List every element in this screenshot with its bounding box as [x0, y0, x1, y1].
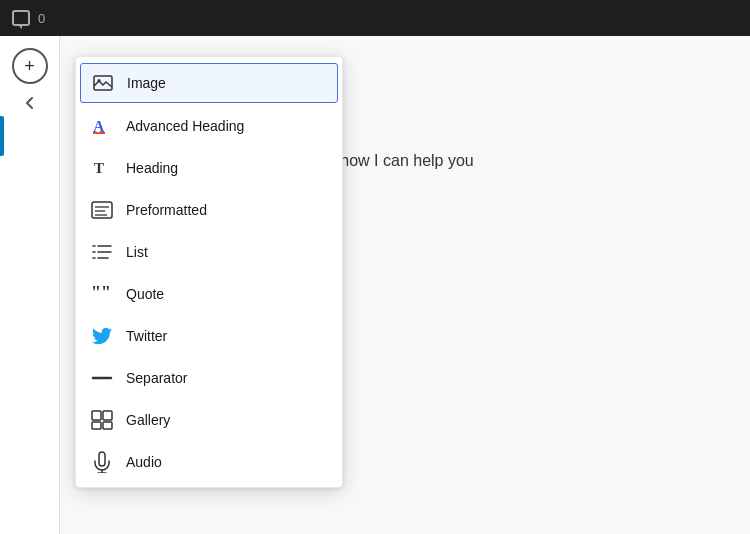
menu-item-audio[interactable]: Audio: [76, 441, 342, 483]
menu-item-quote[interactable]: " " Quote: [76, 273, 342, 315]
menu-label-twitter: Twitter: [126, 328, 167, 344]
preformatted-icon: [90, 198, 114, 222]
menu-item-separator[interactable]: Separator: [76, 357, 342, 399]
menu-label-separator: Separator: [126, 370, 187, 386]
svg-rect-20: [92, 422, 101, 429]
svg-text:T: T: [94, 160, 104, 176]
advanced-heading-icon: A: [90, 114, 114, 138]
blue-indicator: [0, 116, 4, 156]
svg-rect-18: [92, 411, 101, 420]
svg-text:": ": [91, 285, 101, 303]
menu-item-advanced-heading[interactable]: A Advanced Heading: [76, 105, 342, 147]
block-type-menu: Image A Advanced Heading T Heading: [75, 56, 343, 488]
menu-label-preformatted: Preformatted: [126, 202, 207, 218]
left-sidebar: +: [0, 36, 60, 534]
menu-label-audio: Audio: [126, 454, 162, 470]
menu-label-list: List: [126, 244, 148, 260]
add-block-button[interactable]: +: [12, 48, 48, 84]
svg-rect-19: [103, 411, 112, 420]
gallery-icon: [90, 408, 114, 432]
menu-label-quote: Quote: [126, 286, 164, 302]
svg-text:": ": [101, 285, 111, 303]
audio-icon: [90, 450, 114, 474]
topbar: 0: [0, 0, 750, 36]
heading-icon: T: [90, 156, 114, 180]
menu-label-image: Image: [127, 75, 166, 91]
svg-rect-21: [103, 422, 112, 429]
menu-item-twitter[interactable]: Twitter: [76, 315, 342, 357]
quote-icon: " ": [90, 282, 114, 306]
menu-item-image[interactable]: Image: [80, 63, 338, 103]
menu-item-preformatted[interactable]: Preformatted: [76, 189, 342, 231]
separator-icon: [90, 366, 114, 390]
menu-label-gallery: Gallery: [126, 412, 170, 428]
list-icon: [90, 240, 114, 264]
twitter-icon: [90, 324, 114, 348]
menu-label-heading: Heading: [126, 160, 178, 176]
menu-label-advanced-heading: Advanced Heading: [126, 118, 244, 134]
move-button[interactable]: [21, 94, 39, 112]
menu-item-heading[interactable]: T Heading: [76, 147, 342, 189]
comment-icon: [12, 10, 30, 26]
image-icon: [91, 71, 115, 95]
main-area: + vices es page! Here you'll learn all a…: [0, 36, 750, 534]
menu-item-list[interactable]: List: [76, 231, 342, 273]
svg-point-1: [98, 79, 101, 82]
comment-count: 0: [38, 11, 45, 26]
menu-item-gallery[interactable]: Gallery: [76, 399, 342, 441]
